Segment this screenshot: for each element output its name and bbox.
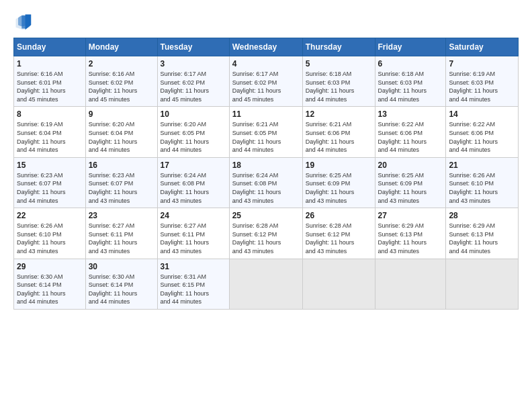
cell-info: Sunrise: 6:31 AMSunset: 6:15 PMDaylight:… bbox=[161, 273, 226, 306]
cell-info: Sunrise: 6:28 AMSunset: 6:12 PMDaylight:… bbox=[306, 222, 372, 255]
cell-info: Sunrise: 6:16 AMSunset: 6:02 PMDaylight:… bbox=[89, 70, 154, 103]
day-number: 7 bbox=[449, 59, 515, 68]
logo-icon bbox=[13, 12, 32, 31]
calendar-cell: 2 Sunrise: 6:16 AMSunset: 6:02 PMDayligh… bbox=[85, 56, 157, 107]
calendar-cell bbox=[229, 259, 302, 309]
cell-info: Sunrise: 6:23 AMSunset: 6:07 PMDaylight:… bbox=[17, 171, 83, 205]
calendar-table: SundayMondayTuesdayWednesdayThursdayFrid… bbox=[13, 38, 519, 310]
day-number: 27 bbox=[378, 211, 443, 220]
calendar-cell: 17 Sunrise: 6:24 AMSunset: 6:08 PMDaylig… bbox=[157, 157, 229, 208]
cell-info: Sunrise: 6:17 AMSunset: 6:02 PMDaylight:… bbox=[232, 70, 300, 103]
calendar-cell bbox=[446, 259, 519, 309]
calendar-cell: 16 Sunrise: 6:23 AMSunset: 6:07 PMDaylig… bbox=[85, 157, 157, 208]
calendar-week-5: 29 Sunrise: 6:30 AMSunset: 6:14 PMDaylig… bbox=[14, 259, 519, 309]
day-number: 28 bbox=[449, 211, 515, 220]
day-number: 5 bbox=[306, 59, 372, 68]
day-number: 18 bbox=[232, 161, 300, 170]
calendar-cell: 31 Sunrise: 6:31 AMSunset: 6:15 PMDaylig… bbox=[157, 259, 229, 309]
day-number: 24 bbox=[161, 211, 226, 220]
day-header-saturday: Saturday bbox=[446, 38, 519, 56]
calendar-cell bbox=[375, 259, 446, 309]
calendar-cell: 4 Sunrise: 6:17 AMSunset: 6:02 PMDayligh… bbox=[229, 56, 302, 107]
day-number: 26 bbox=[306, 211, 372, 220]
cell-info: Sunrise: 6:29 AMSunset: 6:13 PMDaylight:… bbox=[449, 222, 515, 255]
day-number: 23 bbox=[89, 211, 154, 220]
calendar-week-2: 8 Sunrise: 6:19 AMSunset: 6:04 PMDayligh… bbox=[14, 107, 519, 157]
calendar-header-row: SundayMondayTuesdayWednesdayThursdayFrid… bbox=[14, 38, 519, 56]
day-number: 12 bbox=[306, 109, 372, 119]
calendar-cell: 6 Sunrise: 6:18 AMSunset: 6:03 PMDayligh… bbox=[375, 56, 446, 107]
day-number: 21 bbox=[449, 161, 515, 170]
calendar-cell: 30 Sunrise: 6:30 AMSunset: 6:14 PMDaylig… bbox=[85, 259, 157, 309]
cell-info: Sunrise: 6:20 AMSunset: 6:05 PMDaylight:… bbox=[161, 120, 226, 154]
day-header-wednesday: Wednesday bbox=[229, 38, 302, 56]
day-number: 9 bbox=[89, 109, 154, 119]
day-number: 22 bbox=[17, 211, 83, 220]
cell-info: Sunrise: 6:23 AMSunset: 6:07 PMDaylight:… bbox=[89, 171, 154, 205]
day-number: 19 bbox=[306, 161, 372, 170]
calendar-cell: 8 Sunrise: 6:19 AMSunset: 6:04 PMDayligh… bbox=[14, 107, 86, 157]
day-number: 2 bbox=[89, 59, 154, 68]
cell-info: Sunrise: 6:28 AMSunset: 6:12 PMDaylight:… bbox=[232, 222, 300, 255]
cell-info: Sunrise: 6:20 AMSunset: 6:04 PMDaylight:… bbox=[89, 120, 154, 154]
calendar-cell: 28 Sunrise: 6:29 AMSunset: 6:13 PMDaylig… bbox=[446, 208, 519, 259]
calendar-cell: 5 Sunrise: 6:18 AMSunset: 6:03 PMDayligh… bbox=[302, 56, 375, 107]
day-number: 14 bbox=[449, 109, 515, 119]
calendar-cell: 7 Sunrise: 6:19 AMSunset: 6:03 PMDayligh… bbox=[446, 56, 519, 107]
cell-info: Sunrise: 6:21 AMSunset: 6:05 PMDaylight:… bbox=[232, 120, 300, 154]
calendar-cell: 20 Sunrise: 6:25 AMSunset: 6:09 PMDaylig… bbox=[375, 157, 446, 208]
day-number: 10 bbox=[161, 109, 226, 119]
logo bbox=[13, 12, 35, 31]
calendar-week-3: 15 Sunrise: 6:23 AMSunset: 6:07 PMDaylig… bbox=[14, 157, 519, 208]
calendar-cell: 19 Sunrise: 6:25 AMSunset: 6:09 PMDaylig… bbox=[302, 157, 375, 208]
calendar-cell: 15 Sunrise: 6:23 AMSunset: 6:07 PMDaylig… bbox=[14, 157, 86, 208]
page: SundayMondayTuesdayWednesdayThursdayFrid… bbox=[0, 0, 532, 411]
calendar-week-1: 1 Sunrise: 6:16 AMSunset: 6:01 PMDayligh… bbox=[14, 56, 519, 107]
day-number: 13 bbox=[378, 109, 443, 119]
day-number: 3 bbox=[161, 59, 226, 68]
calendar-cell: 27 Sunrise: 6:29 AMSunset: 6:13 PMDaylig… bbox=[375, 208, 446, 259]
cell-info: Sunrise: 6:24 AMSunset: 6:08 PMDaylight:… bbox=[161, 171, 226, 205]
day-number: 16 bbox=[89, 161, 154, 170]
day-header-monday: Monday bbox=[85, 38, 157, 56]
cell-info: Sunrise: 6:27 AMSunset: 6:11 PMDaylight:… bbox=[161, 222, 226, 255]
cell-info: Sunrise: 6:19 AMSunset: 6:04 PMDaylight:… bbox=[17, 120, 83, 154]
calendar-cell: 22 Sunrise: 6:26 AMSunset: 6:10 PMDaylig… bbox=[14, 208, 86, 259]
header bbox=[13, 12, 519, 31]
calendar-cell: 26 Sunrise: 6:28 AMSunset: 6:12 PMDaylig… bbox=[302, 208, 375, 259]
calendar-week-4: 22 Sunrise: 6:26 AMSunset: 6:10 PMDaylig… bbox=[14, 208, 519, 259]
day-number: 29 bbox=[17, 262, 83, 271]
calendar-cell: 25 Sunrise: 6:28 AMSunset: 6:12 PMDaylig… bbox=[229, 208, 302, 259]
day-number: 4 bbox=[232, 59, 300, 68]
cell-info: Sunrise: 6:22 AMSunset: 6:06 PMDaylight:… bbox=[378, 120, 443, 154]
day-number: 15 bbox=[17, 161, 83, 170]
day-number: 31 bbox=[161, 262, 226, 271]
cell-info: Sunrise: 6:25 AMSunset: 6:09 PMDaylight:… bbox=[306, 171, 372, 205]
calendar-cell: 29 Sunrise: 6:30 AMSunset: 6:14 PMDaylig… bbox=[14, 259, 86, 309]
calendar-cell: 1 Sunrise: 6:16 AMSunset: 6:01 PMDayligh… bbox=[14, 56, 86, 107]
day-number: 17 bbox=[161, 161, 226, 170]
calendar-cell: 10 Sunrise: 6:20 AMSunset: 6:05 PMDaylig… bbox=[157, 107, 229, 157]
calendar-cell: 14 Sunrise: 6:22 AMSunset: 6:06 PMDaylig… bbox=[446, 107, 519, 157]
cell-info: Sunrise: 6:21 AMSunset: 6:06 PMDaylight:… bbox=[306, 120, 372, 154]
calendar-cell: 23 Sunrise: 6:27 AMSunset: 6:11 PMDaylig… bbox=[85, 208, 157, 259]
cell-info: Sunrise: 6:25 AMSunset: 6:09 PMDaylight:… bbox=[378, 171, 443, 205]
calendar-cell: 12 Sunrise: 6:21 AMSunset: 6:06 PMDaylig… bbox=[302, 107, 375, 157]
cell-info: Sunrise: 6:26 AMSunset: 6:10 PMDaylight:… bbox=[449, 171, 515, 205]
calendar-cell: 21 Sunrise: 6:26 AMSunset: 6:10 PMDaylig… bbox=[446, 157, 519, 208]
calendar-cell: 24 Sunrise: 6:27 AMSunset: 6:11 PMDaylig… bbox=[157, 208, 229, 259]
day-number: 30 bbox=[89, 262, 154, 271]
cell-info: Sunrise: 6:29 AMSunset: 6:13 PMDaylight:… bbox=[378, 222, 443, 255]
cell-info: Sunrise: 6:27 AMSunset: 6:11 PMDaylight:… bbox=[89, 222, 154, 255]
day-number: 11 bbox=[232, 109, 300, 119]
day-number: 1 bbox=[17, 59, 83, 68]
calendar-cell bbox=[302, 259, 375, 309]
cell-info: Sunrise: 6:17 AMSunset: 6:02 PMDaylight:… bbox=[161, 70, 226, 103]
cell-info: Sunrise: 6:24 AMSunset: 6:08 PMDaylight:… bbox=[232, 171, 300, 205]
day-header-friday: Friday bbox=[375, 38, 446, 56]
day-number: 25 bbox=[232, 211, 300, 220]
cell-info: Sunrise: 6:22 AMSunset: 6:06 PMDaylight:… bbox=[449, 120, 515, 154]
day-header-sunday: Sunday bbox=[14, 38, 86, 56]
day-number: 8 bbox=[17, 109, 83, 119]
day-header-tuesday: Tuesday bbox=[157, 38, 229, 56]
